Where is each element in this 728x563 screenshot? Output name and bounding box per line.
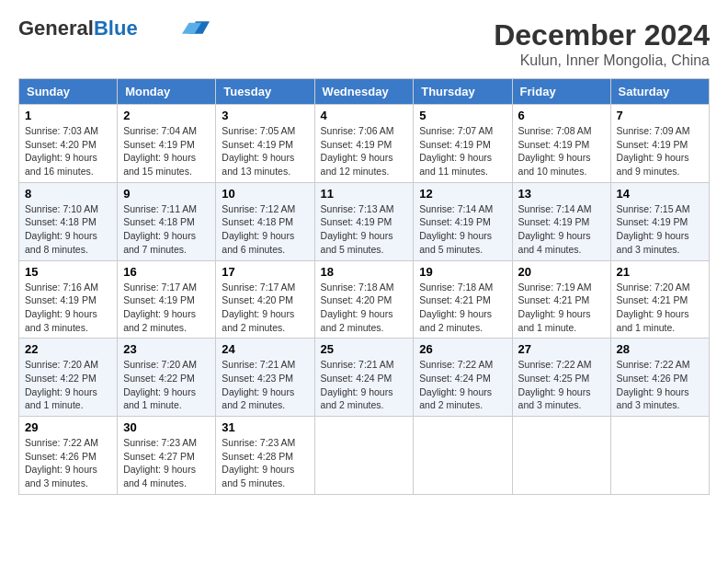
table-row: 2 Sunrise: 7:04 AMSunset: 4:19 PMDayligh… xyxy=(118,105,216,183)
day-info: Sunrise: 7:22 AMSunset: 4:24 PMDaylight:… xyxy=(419,358,506,412)
day-info: Sunrise: 7:10 AMSunset: 4:18 PMDaylight:… xyxy=(25,202,111,257)
table-row xyxy=(314,417,414,495)
table-row: 9 Sunrise: 7:11 AMSunset: 4:18 PMDayligh… xyxy=(118,182,216,260)
table-row xyxy=(512,417,610,495)
calendar-week-row: 22 Sunrise: 7:20 AMSunset: 4:22 PMDaylig… xyxy=(19,339,710,417)
day-number: 17 xyxy=(222,265,308,279)
day-number: 14 xyxy=(617,187,703,201)
day-info: Sunrise: 7:03 AMSunset: 4:20 PMDaylight:… xyxy=(25,124,111,178)
day-info: Sunrise: 7:20 AMSunset: 4:21 PMDaylight:… xyxy=(617,281,703,335)
day-info: Sunrise: 7:21 AMSunset: 4:24 PMDaylight:… xyxy=(321,358,408,412)
day-number: 29 xyxy=(25,420,111,434)
day-info: Sunrise: 7:07 AMSunset: 4:19 PMDaylight:… xyxy=(419,124,506,178)
table-row: 24 Sunrise: 7:21 AMSunset: 4:23 PMDaylig… xyxy=(216,339,314,417)
col-monday: Monday xyxy=(118,79,216,105)
table-row: 13 Sunrise: 7:14 AMSunset: 4:19 PMDaylig… xyxy=(512,182,610,260)
table-row: 31 Sunrise: 7:23 AMSunset: 4:28 PMDaylig… xyxy=(216,417,314,495)
day-number: 21 xyxy=(617,265,703,279)
day-info: Sunrise: 7:15 AMSunset: 4:19 PMDaylight:… xyxy=(617,202,703,257)
col-saturday: Saturday xyxy=(610,79,709,105)
day-number: 3 xyxy=(222,109,308,122)
calendar-week-row: 8 Sunrise: 7:10 AMSunset: 4:18 PMDayligh… xyxy=(19,182,710,260)
day-number: 25 xyxy=(321,342,408,356)
table-row: 4 Sunrise: 7:06 AMSunset: 4:19 PMDayligh… xyxy=(314,105,414,183)
calendar-week-row: 15 Sunrise: 7:16 AMSunset: 4:19 PMDaylig… xyxy=(19,260,710,339)
calendar-week-row: 29 Sunrise: 7:22 AMSunset: 4:26 PMDaylig… xyxy=(19,417,710,495)
table-row: 26 Sunrise: 7:22 AMSunset: 4:24 PMDaylig… xyxy=(414,339,512,417)
table-row: 19 Sunrise: 7:18 AMSunset: 4:21 PMDaylig… xyxy=(414,260,512,339)
col-thursday: Thursday xyxy=(414,79,512,105)
table-row: 15 Sunrise: 7:16 AMSunset: 4:19 PMDaylig… xyxy=(19,260,118,339)
table-row: 22 Sunrise: 7:20 AMSunset: 4:22 PMDaylig… xyxy=(19,339,118,417)
col-wednesday: Wednesday xyxy=(314,79,414,105)
day-number: 7 xyxy=(617,109,703,122)
day-info: Sunrise: 7:06 AMSunset: 4:19 PMDaylight:… xyxy=(321,124,408,178)
day-info: Sunrise: 7:13 AMSunset: 4:19 PMDaylight:… xyxy=(321,202,408,257)
page-header: GeneralBlue December 2024 Kulun, Inner M… xyxy=(18,18,710,69)
day-info: Sunrise: 7:17 AMSunset: 4:20 PMDaylight:… xyxy=(222,281,308,335)
table-row: 5 Sunrise: 7:07 AMSunset: 4:19 PMDayligh… xyxy=(414,105,512,183)
col-tuesday: Tuesday xyxy=(216,79,314,105)
day-info: Sunrise: 7:18 AMSunset: 4:20 PMDaylight:… xyxy=(321,281,408,335)
day-number: 20 xyxy=(518,265,605,279)
table-row: 6 Sunrise: 7:08 AMSunset: 4:19 PMDayligh… xyxy=(512,105,610,183)
day-info: Sunrise: 7:19 AMSunset: 4:21 PMDaylight:… xyxy=(518,281,605,335)
day-info: Sunrise: 7:22 AMSunset: 4:26 PMDaylight:… xyxy=(25,436,111,490)
col-sunday: Sunday xyxy=(19,79,118,105)
day-number: 23 xyxy=(123,342,210,356)
day-number: 13 xyxy=(518,187,605,201)
day-number: 11 xyxy=(321,187,408,201)
day-number: 27 xyxy=(518,342,605,356)
table-row: 8 Sunrise: 7:10 AMSunset: 4:18 PMDayligh… xyxy=(19,182,118,260)
day-number: 12 xyxy=(419,187,506,201)
table-row: 29 Sunrise: 7:22 AMSunset: 4:26 PMDaylig… xyxy=(19,417,118,495)
table-row: 17 Sunrise: 7:17 AMSunset: 4:20 PMDaylig… xyxy=(216,260,314,339)
table-row: 25 Sunrise: 7:21 AMSunset: 4:24 PMDaylig… xyxy=(314,339,414,417)
day-info: Sunrise: 7:11 AMSunset: 4:18 PMDaylight:… xyxy=(123,202,210,257)
day-number: 28 xyxy=(617,342,703,356)
day-info: Sunrise: 7:21 AMSunset: 4:23 PMDaylight:… xyxy=(222,358,308,412)
calendar-table: Sunday Monday Tuesday Wednesday Thursday… xyxy=(18,78,710,495)
day-number: 31 xyxy=(222,420,308,434)
logo-text: GeneralBlue xyxy=(18,18,138,39)
day-number: 18 xyxy=(321,265,408,279)
day-number: 22 xyxy=(25,342,111,356)
day-number: 19 xyxy=(419,265,506,279)
table-row: 10 Sunrise: 7:12 AMSunset: 4:18 PMDaylig… xyxy=(216,182,314,260)
table-row: 1 Sunrise: 7:03 AMSunset: 4:20 PMDayligh… xyxy=(19,105,118,183)
table-row xyxy=(414,417,512,495)
day-number: 1 xyxy=(25,109,111,122)
table-row: 23 Sunrise: 7:20 AMSunset: 4:22 PMDaylig… xyxy=(118,339,216,417)
table-row: 18 Sunrise: 7:18 AMSunset: 4:20 PMDaylig… xyxy=(314,260,414,339)
logo: GeneralBlue xyxy=(18,18,210,39)
day-number: 6 xyxy=(518,109,605,122)
day-number: 8 xyxy=(25,187,111,201)
table-row: 14 Sunrise: 7:15 AMSunset: 4:19 PMDaylig… xyxy=(610,182,709,260)
day-number: 2 xyxy=(123,109,210,122)
day-info: Sunrise: 7:12 AMSunset: 4:18 PMDaylight:… xyxy=(222,202,308,257)
day-info: Sunrise: 7:14 AMSunset: 4:19 PMDaylight:… xyxy=(518,202,605,257)
month-title: December 2024 xyxy=(494,18,710,52)
day-info: Sunrise: 7:23 AMSunset: 4:28 PMDaylight:… xyxy=(222,436,308,490)
day-number: 15 xyxy=(25,265,111,279)
calendar-header-row: Sunday Monday Tuesday Wednesday Thursday… xyxy=(19,79,710,105)
table-row: 20 Sunrise: 7:19 AMSunset: 4:21 PMDaylig… xyxy=(512,260,610,339)
table-row: 7 Sunrise: 7:09 AMSunset: 4:19 PMDayligh… xyxy=(610,105,709,183)
day-info: Sunrise: 7:17 AMSunset: 4:19 PMDaylight:… xyxy=(123,281,210,335)
day-info: Sunrise: 7:22 AMSunset: 4:26 PMDaylight:… xyxy=(617,358,703,412)
day-number: 26 xyxy=(419,342,506,356)
table-row: 11 Sunrise: 7:13 AMSunset: 4:19 PMDaylig… xyxy=(314,182,414,260)
table-row: 27 Sunrise: 7:22 AMSunset: 4:25 PMDaylig… xyxy=(512,339,610,417)
day-info: Sunrise: 7:22 AMSunset: 4:25 PMDaylight:… xyxy=(518,358,605,412)
day-info: Sunrise: 7:04 AMSunset: 4:19 PMDaylight:… xyxy=(123,124,210,178)
day-number: 5 xyxy=(419,109,506,122)
logo-icon xyxy=(182,19,210,36)
day-info: Sunrise: 7:18 AMSunset: 4:21 PMDaylight:… xyxy=(419,281,506,335)
day-info: Sunrise: 7:23 AMSunset: 4:27 PMDaylight:… xyxy=(123,436,210,490)
day-number: 4 xyxy=(321,109,408,122)
day-number: 10 xyxy=(222,187,308,201)
day-number: 24 xyxy=(222,342,308,356)
day-number: 16 xyxy=(123,265,210,279)
day-info: Sunrise: 7:16 AMSunset: 4:19 PMDaylight:… xyxy=(25,281,111,335)
day-info: Sunrise: 7:20 AMSunset: 4:22 PMDaylight:… xyxy=(123,358,210,412)
